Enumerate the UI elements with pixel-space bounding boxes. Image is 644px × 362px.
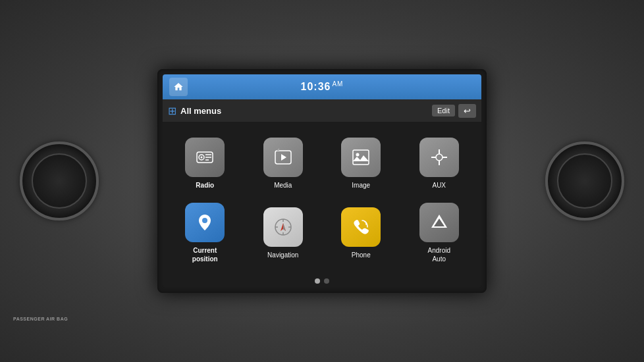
media-label: Media [274, 181, 292, 190]
svg-point-14 [202, 218, 207, 223]
page-dot-2 [324, 278, 329, 284]
app-radio[interactable]: Radio [166, 128, 244, 198]
phone-icon [341, 207, 381, 247]
media-icon [263, 138, 303, 177]
app-android-auto[interactable]: AndroidAuto [400, 198, 479, 268]
phone-label: Phone [352, 251, 371, 259]
app-current-position[interactable]: Currentposition [166, 198, 244, 268]
app-navigation[interactable]: Navigation [244, 198, 323, 268]
left-air-vent [20, 142, 99, 220]
clock-ampm: AM [332, 80, 343, 88]
radio-svg [194, 147, 215, 168]
radio-icon [185, 138, 225, 177]
back-button[interactable]: ↩ [458, 104, 476, 118]
android-auto-svg [429, 212, 450, 233]
grid-icon: ⊞ [168, 105, 176, 117]
nav-icon [263, 207, 303, 247]
page-dots [163, 274, 481, 288]
app-phone[interactable]: Phone [322, 198, 400, 268]
svg-point-8 [356, 153, 360, 156]
current-position-label: Currentposition [192, 246, 218, 263]
infotainment-screen-container: 10:36AM ⊞ All menus Edit ↩ [157, 69, 487, 293]
svg-rect-7 [353, 150, 369, 165]
phone-svg [350, 217, 371, 238]
media-svg [273, 147, 294, 168]
nav-svg [273, 217, 294, 238]
home-icon [173, 82, 184, 92]
radio-label: Radio [196, 181, 214, 190]
page-dot-1 [315, 278, 320, 284]
app-image[interactable]: Image [322, 128, 400, 198]
airbag-label: PASSENGER AIR BAG [13, 316, 68, 323]
app-aux[interactable]: AUX [400, 128, 479, 198]
top-bar: 10:36AM [163, 74, 481, 99]
edit-button[interactable]: Edit [432, 105, 455, 116]
svg-point-2 [201, 156, 203, 158]
android-auto-icon [419, 203, 459, 242]
aux-icon [419, 138, 459, 177]
menu-title: All menus [180, 106, 432, 116]
position-icon [185, 203, 225, 242]
menu-bar: ⊞ All menus Edit ↩ [163, 99, 481, 122]
image-svg [350, 147, 371, 168]
position-svg [194, 212, 215, 233]
svg-point-9 [436, 154, 443, 161]
app-media[interactable]: Media [244, 128, 323, 198]
android-auto-label: AndroidAuto [428, 246, 450, 263]
image-label: Image [352, 181, 370, 190]
clock-time: 10:36 [301, 82, 331, 93]
image-icon [341, 138, 381, 177]
right-air-vent [545, 142, 624, 220]
clock-display: 10:36AM [301, 80, 344, 93]
navigation-label: Navigation [267, 251, 298, 259]
aux-label: AUX [432, 181, 446, 190]
apps-grid: Radio Media [163, 122, 481, 274]
aux-svg [429, 147, 450, 168]
dashboard: PASSENGER AIR BAG 10:36AM ⊞ All menus Ed… [0, 0, 644, 362]
home-button[interactable] [169, 78, 188, 96]
infotainment-screen: 10:36AM ⊞ All menus Edit ↩ [163, 74, 481, 288]
